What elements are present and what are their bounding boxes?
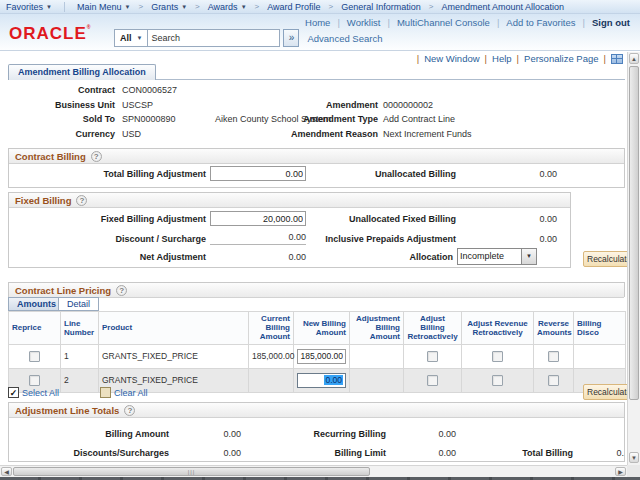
business-unit-label: Business Unit: [0, 100, 115, 110]
pagebar: | New Window | Help | Personalize Page |: [417, 53, 623, 64]
amendment-label: Amendment: [230, 100, 378, 110]
new-billing-amount-input[interactable]: 0.00: [297, 373, 346, 388]
sign-out-link[interactable]: Sign out: [592, 17, 630, 28]
tab-detail[interactable]: Detail: [58, 297, 99, 311]
new-billing-amount-input[interactable]: [297, 349, 346, 364]
horizontal-scrollbar-thumb[interactable]: |||: [13, 467, 370, 476]
scroll-up-arrow[interactable]: ▲: [629, 53, 639, 64]
reverse-amounts-checkbox[interactable]: [548, 375, 559, 386]
pagebar-separator: |: [417, 53, 419, 64]
help-icon[interactable]: ?: [116, 285, 127, 296]
worklist-link[interactable]: Worklist: [347, 17, 381, 28]
adjustment-line-totals-title: Adjustment Line Totals: [15, 405, 119, 416]
breadcrumb-separator: >: [327, 2, 336, 11]
search-go-button[interactable]: »: [283, 29, 299, 47]
currency-value: USD: [122, 129, 141, 139]
search-bar: All ▼ » Advanced Search: [114, 29, 382, 47]
total-billing-label: Total Billing: [489, 448, 573, 458]
home-link[interactable]: Home: [305, 17, 330, 28]
help-link[interactable]: Help: [492, 53, 512, 64]
breadcrumb-favorites[interactable]: Favorites ▼: [0, 2, 58, 12]
link-separator: |: [387, 17, 389, 28]
help-icon[interactable]: ?: [124, 405, 135, 416]
tab-amendment-billing-allocation[interactable]: Amendment Billing Allocation: [8, 64, 156, 80]
reprice-checkbox[interactable]: [29, 351, 40, 362]
clear-all-link[interactable]: Clear All: [100, 387, 148, 398]
allocation-dropdown[interactable]: Incomplete ▼: [457, 248, 537, 265]
vertical-scrollbar-thumb[interactable]: [629, 66, 639, 400]
search-input[interactable]: [148, 29, 280, 47]
adjustment-billing-amount-cell: [350, 344, 404, 368]
header-band: Home | Worklist | MultiChannel Console |…: [0, 14, 640, 51]
breadcrumb-grants[interactable]: Grants ▼: [145, 2, 193, 12]
adjust-revenue-retroactively-checkbox[interactable]: [492, 375, 503, 386]
discount-surcharge-label: Discount / Surcharge: [9, 234, 206, 244]
fixed-billing-title: Fixed Billing: [15, 195, 71, 206]
chevron-down-icon: ▼: [137, 35, 143, 41]
oracle-logo: ORACLE: [9, 24, 91, 44]
help-icon[interactable]: ?: [91, 151, 102, 162]
pagebar-separator: |: [604, 53, 606, 64]
breadcrumb-awards[interactable]: Awards ▼: [202, 2, 253, 12]
select-all-link[interactable]: ✓ Select All: [8, 387, 59, 398]
link-separator: |: [583, 17, 585, 28]
amendment-type-label: Amendment Type: [230, 114, 378, 124]
total-billing-adjustment-input[interactable]: [210, 166, 306, 181]
recurring-billing-value: 0.00: [394, 429, 456, 439]
adjustment-line-totals-header: Adjustment Line Totals ?: [9, 403, 624, 418]
recalculate-button[interactable]: Recalculate: [583, 251, 633, 267]
adjust-billing-retroactively-checkbox[interactable]: [427, 351, 438, 362]
search-scope-dropdown[interactable]: All ▼: [114, 29, 148, 47]
billing-limit-label: Billing Limit: [269, 448, 386, 458]
breadcrumb-main-menu[interactable]: Main Menu ▼: [71, 2, 136, 12]
reverse-amounts-checkbox[interactable]: [548, 351, 559, 362]
contract-line-pricing-header: Contract Line Pricing ?: [9, 283, 624, 298]
adjustment-line-totals-section: Adjustment Line Totals ? Billing Amount …: [8, 402, 625, 462]
link-separator: |: [337, 17, 339, 28]
scrollbar-corner: [627, 465, 640, 477]
reprice-checkbox[interactable]: [29, 375, 40, 386]
fixed-billing-adjustment-label: Fixed Billing Adjustment: [9, 214, 206, 224]
advanced-search-link[interactable]: Advanced Search: [307, 33, 382, 44]
column-header-new-billing-amount: New Billing Amount: [294, 312, 350, 345]
net-adjustment-label: Net Adjustment: [9, 252, 206, 262]
adjust-revenue-retroactively-checkbox[interactable]: [492, 351, 503, 362]
pagebar-separator: |: [517, 53, 519, 64]
scroll-left-arrow[interactable]: ◀: [1, 467, 12, 476]
column-header-current-billing-amount: Current Billing Amount: [249, 312, 294, 345]
inclusive-prepaids-label: Inclusive Prepaids Adjustment: [249, 234, 456, 244]
column-header-line-number: Line Number: [61, 312, 99, 345]
personalize-page-link[interactable]: Personalize Page: [524, 53, 598, 64]
adjustment-billing-amount-cell: [350, 368, 404, 392]
pagebar-separator: |: [485, 53, 487, 64]
table-row: 1 GRANTS_FIXED_PRICE 185,000.00: [9, 344, 626, 368]
column-header-product: Product: [99, 312, 249, 345]
header-links: Home | Worklist | MultiChannel Console |…: [305, 17, 630, 28]
scroll-down-arrow[interactable]: ▼: [629, 452, 639, 463]
current-billing-amount-cell: 185,000.00: [249, 344, 294, 368]
new-window-link[interactable]: New Window: [424, 53, 479, 64]
amendment-reason-label: Amendment Reason: [230, 129, 378, 139]
vertical-scrollbar[interactable]: ▲ ▼: [627, 52, 640, 465]
breadcrumb-general-information[interactable]: General Information: [335, 2, 427, 12]
scroll-right-arrow[interactable]: ▶: [615, 467, 626, 476]
recalculate-button[interactable]: Recalculate: [583, 384, 633, 400]
multichannel-console-link[interactable]: MultiChannel Console: [397, 17, 490, 28]
chevron-down-icon: ▼: [181, 4, 187, 10]
new-window-grid-icon[interactable]: [611, 54, 623, 64]
tab-amounts[interactable]: Amounts: [8, 297, 65, 311]
help-icon[interactable]: ?: [76, 195, 87, 206]
breadcrumb-award-profile[interactable]: Award Profile: [261, 2, 326, 12]
sold-to-label: Sold To: [0, 114, 115, 124]
billing-amount-value: 0.00: [179, 429, 241, 439]
contract-label: Contract: [0, 85, 115, 95]
add-to-favorites-link[interactable]: Add to Favorites: [506, 17, 575, 28]
horizontal-scrollbar[interactable]: ◀ ||| ▶: [0, 465, 628, 477]
contract-billing-title: Contract Billing: [15, 151, 86, 162]
recurring-billing-label: Recurring Billing: [269, 429, 386, 439]
column-header-billing-discount: Billing Disco: [574, 312, 626, 345]
discounts-surcharges-value: 0.00: [179, 448, 241, 458]
adjust-billing-retroactively-checkbox[interactable]: [427, 375, 438, 386]
chevron-down-icon: ▼: [46, 4, 52, 10]
current-billing-amount-cell: [249, 368, 294, 392]
